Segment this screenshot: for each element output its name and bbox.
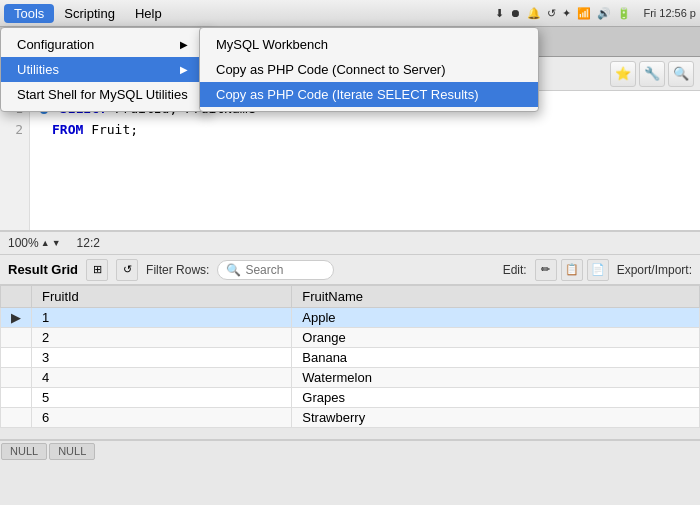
table-row[interactable]: 2Orange <box>1 328 700 348</box>
grid-refresh-btn[interactable]: ↺ <box>116 259 138 281</box>
refresh-icon: ↺ <box>547 7 556 20</box>
table-row[interactable]: 5Grapes <box>1 388 700 408</box>
search-input[interactable] <box>245 263 325 277</box>
submenu-copy-php-iterate[interactable]: Copy as PHP Code (Iterate SELECT Results… <box>200 82 538 107</box>
cell-fruitname: Apple <box>292 308 700 328</box>
zoom-btn[interactable]: 🔍 <box>668 61 694 87</box>
arrow-icon: ▶ <box>180 64 188 75</box>
search-box[interactable]: 🔍 <box>217 260 334 280</box>
submenu-copy-php-connect[interactable]: Copy as PHP Code (Connect to Server) <box>200 57 538 82</box>
edit-buttons: ✏ 📋 📄 <box>535 259 609 281</box>
edit-copy-btn[interactable]: 📄 <box>587 259 609 281</box>
null-row: NULL NULL <box>0 440 700 462</box>
edit-pencil-btn[interactable]: ✏ <box>535 259 557 281</box>
cell-fruitid: 2 <box>32 328 292 348</box>
data-table: FruitId FruitName ▶1Apple2Orange3Banana4… <box>0 285 700 428</box>
code-line-2: FROM Fruit; <box>40 120 690 141</box>
edit-label: Edit: <box>503 263 527 277</box>
cell-fruitname: Orange <box>292 328 700 348</box>
zoom-control[interactable]: 100% ▲ ▼ <box>8 236 61 250</box>
system-icons: ⬇ ⏺ 🔔 ↺ ✦ 📶 🔊 🔋 Fri 12:56 p <box>495 7 696 20</box>
cell-fruitname: Strawberry <box>292 408 700 428</box>
col-header-fruitid <box>1 286 32 308</box>
result-grid-header: Result Grid ⊞ ↺ Filter Rows: 🔍 Edit: ✏ 📋… <box>0 255 700 285</box>
table-row[interactable]: ▶1Apple <box>1 308 700 328</box>
menu-help[interactable]: Help <box>125 4 172 23</box>
grid-view-btn[interactable]: ⊞ <box>86 259 108 281</box>
null-cell-1: NULL <box>1 443 47 460</box>
dropdown-overlay: Configuration ▶ Utilities ▶ Start Shell … <box>0 27 209 112</box>
arrow-icon: ▶ <box>180 39 188 50</box>
wrench-btn[interactable]: 🔧 <box>639 61 665 87</box>
result-grid-label: Result Grid <box>8 262 78 277</box>
table-row[interactable]: 3Banana <box>1 348 700 368</box>
submenu-mysql-workbench[interactable]: MySQL Workbench <box>200 32 538 57</box>
cell-fruitname: Banana <box>292 348 700 368</box>
search-icon: 🔍 <box>226 263 241 277</box>
table-row[interactable]: 4Watermelon <box>1 368 700 388</box>
tools-dropdown: Configuration ▶ Utilities ▶ Start Shell … <box>0 27 209 112</box>
dropdown-start-shell[interactable]: Start Shell for MySQL Utilities <box>1 82 208 107</box>
cell-fruitid: 6 <box>32 408 292 428</box>
cell-fruitid: 1 <box>32 308 292 328</box>
filter-label: Filter Rows: <box>146 263 209 277</box>
data-table-container: FruitId FruitName ▶1Apple2Orange3Banana4… <box>0 285 700 440</box>
volume-icon: 🔊 <box>597 7 611 20</box>
export-label: Export/Import: <box>617 263 692 277</box>
record-icon: ⏺ <box>510 7 521 19</box>
position-info: 12:2 <box>77 236 100 250</box>
bluetooth-icon: ✦ <box>562 7 571 20</box>
menu-bar: Tools Scripting Help ⬇ ⏺ 🔔 ↺ ✦ 📶 🔊 🔋 Fri… <box>0 0 700 27</box>
null-cell-2: NULL <box>49 443 95 460</box>
cell-fruitname: Grapes <box>292 388 700 408</box>
cell-fruitname: Watermelon <box>292 368 700 388</box>
edit-table-btn[interactable]: 📋 <box>561 259 583 281</box>
wifi-icon: 📶 <box>577 7 591 20</box>
cell-fruitid: 5 <box>32 388 292 408</box>
row-arrow-icon: ▶ <box>11 310 21 325</box>
table-row[interactable]: 6Strawberry <box>1 408 700 428</box>
horizontal-scrollbar[interactable] <box>0 230 700 231</box>
col-header-fruitid-val: FruitId <box>32 286 292 308</box>
utilities-submenu: MySQL Workbench Copy as PHP Code (Connec… <box>199 27 539 112</box>
clock: Fri 12:56 p <box>643 7 696 19</box>
cell-fruitid: 4 <box>32 368 292 388</box>
status-bar: 100% ▲ ▼ 12:2 <box>0 231 700 255</box>
zoom-up-btn[interactable]: ▲ <box>41 238 50 248</box>
dropdown-configuration[interactable]: Configuration ▶ <box>1 32 208 57</box>
zoom-down-btn[interactable]: ▼ <box>52 238 61 248</box>
code-editor[interactable]: 1 2 SELECT FruitId, FruitName FROM Fruit… <box>0 91 700 231</box>
menu-tools[interactable]: Tools <box>4 4 54 23</box>
dropdown-utilities[interactable]: Utilities ▶ <box>1 57 208 82</box>
bell-icon: 🔔 <box>527 7 541 20</box>
col-header-fruitname: FruitName <box>292 286 700 308</box>
download-icon: ⬇ <box>495 7 504 20</box>
star-btn[interactable]: ⭐ <box>610 61 636 87</box>
cell-fruitid: 3 <box>32 348 292 368</box>
menu-scripting[interactable]: Scripting <box>54 4 125 23</box>
battery-icon: 🔋 <box>617 7 631 20</box>
